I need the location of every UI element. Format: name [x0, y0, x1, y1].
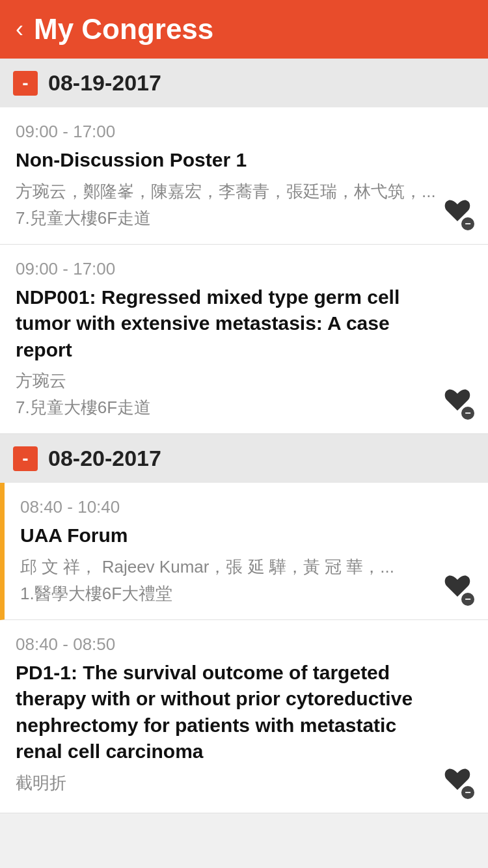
favorite-button-1[interactable]: − — [440, 195, 475, 230]
date-label-1: 08-19-2017 — [48, 70, 161, 96]
favorite-button-4[interactable]: − — [440, 763, 475, 798]
minus-badge-1: − — [461, 217, 474, 230]
session-authors-2: 方琬云 — [16, 370, 472, 392]
session-title-1: Non-Discussion Poster 1 — [16, 147, 472, 174]
session-card-4: 08:40 - 08:50 PD1-1: The survival outcom… — [0, 620, 488, 813]
session-time-1: 09:00 - 17:00 — [16, 122, 472, 142]
session-authors-4: 截明折 — [16, 772, 472, 794]
app-header: ‹ My Congress — [0, 0, 488, 59]
favorite-button-3[interactable]: − — [440, 570, 475, 605]
session-location-2: 7.兒童大樓6F走道 — [16, 396, 472, 419]
date-row-1: - 08-19-2017 — [0, 59, 488, 107]
date-collapse-button-2[interactable]: - — [13, 446, 38, 471]
session-location-1: 7.兒童大樓6F走道 — [16, 207, 472, 230]
heart-icon-3: − — [442, 571, 472, 604]
session-title-3: UAA Forum — [20, 522, 472, 549]
session-authors-3: 邱 文 祥， Rajeev Kumar，張 延 驊，黃 冠 華，... — [20, 556, 472, 578]
date-label-2: 08-20-2017 — [48, 446, 161, 471]
session-title-4: PD1-1: The survival outcome of targeted … — [16, 660, 472, 765]
page-title: My Congress — [34, 13, 213, 46]
minus-badge-3: − — [461, 593, 474, 606]
session-time-3: 08:40 - 10:40 — [20, 497, 472, 517]
session-card-3: 08:40 - 10:40 UAA Forum 邱 文 祥， Rajeev Ku… — [0, 483, 488, 620]
date-row-2: - 08-20-2017 — [0, 434, 488, 483]
session-card-2: 09:00 - 17:00 NDP001: Regressed mixed ty… — [0, 245, 488, 435]
session-title-2: NDP001: Regressed mixed type germ cell t… — [16, 284, 472, 364]
heart-icon-4: − — [442, 765, 472, 797]
heart-icon-1: − — [442, 196, 472, 228]
back-button[interactable]: ‹ — [16, 18, 23, 41]
favorite-button-2[interactable]: − — [440, 384, 475, 419]
session-time-4: 08:40 - 08:50 — [16, 634, 472, 655]
minus-badge-2: − — [461, 407, 474, 420]
heart-icon-2: − — [442, 385, 472, 418]
session-authors-1: 方琬云，鄭隆峯，陳嘉宏，李蕎青，張廷瑞，林弋筑，... — [16, 180, 472, 203]
date-collapse-button-1[interactable]: - — [13, 71, 38, 96]
session-card-1: 09:00 - 17:00 Non-Discussion Poster 1 方琬… — [0, 107, 488, 245]
minus-badge-4: − — [461, 786, 474, 799]
session-location-3: 1.醫學大樓6F大禮堂 — [20, 582, 472, 605]
session-time-2: 09:00 - 17:00 — [16, 259, 472, 279]
